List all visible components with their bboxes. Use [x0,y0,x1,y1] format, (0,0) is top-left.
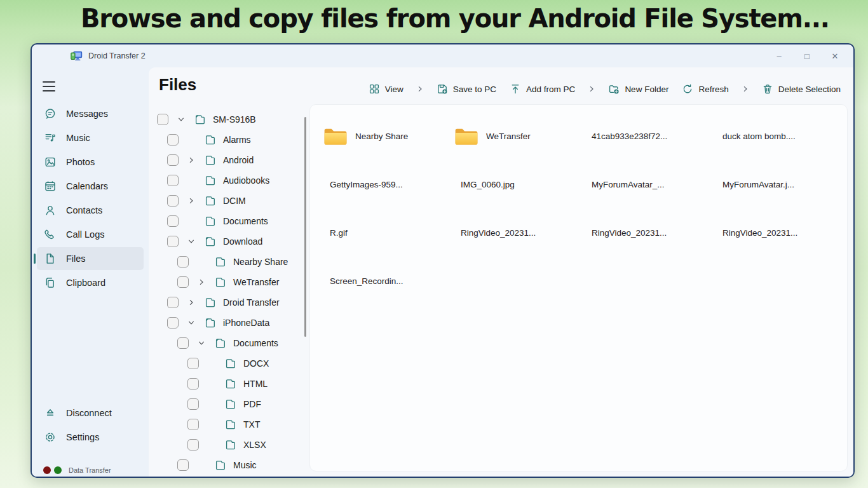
file-item-ringvideo-20231[interactable]: RingVideo_20231... [715,228,846,238]
chevron-right-icon[interactable] [195,278,208,286]
file-item-label: WeTransfer [486,132,531,141]
sidebar-item-files[interactable]: Files [37,247,144,270]
hamburger-menu-icon[interactable] [43,81,55,95]
sidebar-item-settings[interactable]: Settings [37,426,144,449]
tree-checkbox[interactable] [167,154,179,166]
folder-item-nearby-share[interactable]: Nearby Share [323,126,454,147]
maximize-button[interactable]: □ [797,51,817,61]
folder-open-icon [204,235,217,248]
file-item-img-0060-jpg[interactable]: IMG_0060.jpg [454,180,585,189]
tree-item-documents[interactable]: Documents [149,211,309,231]
tree-item-android[interactable]: Android [149,150,309,170]
toolbar-save-to-pc-button[interactable]: Save to PC [434,81,499,97]
tree-item-html[interactable]: HTML [149,374,309,394]
tree-item-wetransfer[interactable]: WeTransfer [149,272,309,292]
toolbar-new-folder-button[interactable]: New Folder [606,81,671,97]
toolbar-chevron-icon[interactable] [742,85,749,93]
tree-item-music[interactable]: Music [149,455,309,475]
sidebar-item-clipboard[interactable]: Clipboard [37,271,144,294]
tree-scrollbar[interactable] [304,117,306,337]
chevron-right-icon[interactable] [185,197,198,205]
toolbar-add-from-pc-button[interactable]: Add from PC [507,81,578,97]
tree-checkbox[interactable] [177,459,189,471]
toolbar-button-label: View [385,85,403,94]
chevron-down-icon[interactable] [195,339,208,347]
tree-item-item[interactable] [149,475,309,477]
tree-item-sm-s916b[interactable]: SM-S916B [149,109,309,130]
tree-item-documents[interactable]: Documents [149,333,309,353]
chevron-down-icon[interactable] [175,116,187,123]
sidebar-item-disconnect[interactable]: Disconnect [37,402,144,424]
chevron-spacer [195,258,208,266]
toolbar-refresh-button[interactable]: Refresh [679,81,731,97]
sidebar-item-calendars[interactable]: Calendars [37,175,144,198]
window-controls: – □ ✕ [770,51,853,61]
sidebar-item-call-logs[interactable]: Call Logs [37,223,144,246]
tree-item-nearby-share[interactable]: Nearby Share [149,252,309,272]
page-heading: Files [159,75,196,95]
tree-checkbox[interactable] [187,398,199,410]
chevron-down-icon[interactable] [185,238,198,245]
selection-accent-bar [34,254,36,264]
tree-checkbox[interactable] [167,317,179,329]
tree-item-pdf[interactable]: PDF [149,394,309,414]
file-item-myforumavatar[interactable]: MyForumAvatar_... [585,180,715,189]
tree-checkbox[interactable] [187,378,199,390]
file-item-duck-atom-bomb[interactable]: duck atom bomb.... [715,132,846,141]
file-item-gettyimages-959[interactable]: GettyImages-959... [323,180,454,189]
file-item-screen-recordin[interactable]: Screen_Recordin... [323,276,454,286]
tree-item-download[interactable]: Download [149,231,309,252]
folder-item-wetransfer[interactable]: WeTransfer [454,126,585,147]
sidebar-item-messages[interactable]: Messages [37,102,144,125]
tree-checkbox[interactable] [177,337,189,349]
sidebar-item-photos[interactable]: Photos [37,151,144,173]
tree-checkbox[interactable] [187,358,199,369]
toolbar-chevron-icon[interactable] [416,85,424,93]
chevron-right-icon[interactable] [185,156,198,164]
tree-checkbox[interactable] [167,236,179,247]
connection-status: Data Transfer [43,466,111,474]
tree-item-docx[interactable]: DOCX [149,353,309,374]
tree-item-droid-transfer[interactable]: Droid Transfer [149,292,309,313]
tree-checkbox[interactable] [157,114,168,125]
file-item-r-gif[interactable]: R.gif [323,228,454,238]
file-item-myforumavatar-j[interactable]: MyForumAvatar.j... [715,180,846,189]
calendars-icon [44,180,57,193]
chevron-right-icon[interactable] [185,299,198,306]
tree-item-txt[interactable]: TXT [149,414,309,435]
app-window: Droid Transfer 2 – □ ✕ MessagesMusicPhot… [31,43,855,478]
tree-checkbox[interactable] [167,297,179,308]
tree-item-iphonedata[interactable]: iPhoneData [149,313,309,333]
tree-checkbox[interactable] [167,175,179,186]
tree-item-dcim[interactable]: DCIM [149,191,309,211]
save-icon [437,83,448,95]
minimize-button[interactable]: – [770,51,789,61]
tree-item-audiobooks[interactable]: Audiobooks [149,170,309,191]
chevron-spacer [205,400,218,408]
sidebar-item-contacts[interactable]: Contacts [37,199,144,222]
tree-checkbox[interactable] [187,419,199,430]
toolbar-delete-selection-button[interactable]: Delete Selection [759,81,843,97]
tree-checkbox[interactable] [187,439,199,451]
new-folder-icon [608,83,620,95]
toolbar-view-button[interactable]: View [366,81,406,97]
file-item-label: 41cab933e238f72... [592,132,667,141]
sidebar-item-music[interactable]: Music [37,126,144,149]
file-item-41cab933e238f72[interactable]: 41cab933e238f72... [585,132,715,141]
tree-checkbox[interactable] [177,276,189,288]
file-item-ringvideo-20231[interactable]: RingVideo_20231... [454,228,585,238]
tree-item-alarms[interactable]: Alarms [149,130,309,150]
tree-item-xlsx[interactable]: XLSX [149,435,309,455]
folder-closed-icon [224,398,237,410]
tree-checkbox[interactable] [177,256,189,268]
toolbar-chevron-icon[interactable] [588,85,595,93]
chevron-down-icon[interactable] [185,319,198,327]
file-item-label: RingVideo_20231... [592,228,667,238]
file-item-ringvideo-20231[interactable]: RingVideo_20231... [585,228,715,238]
tree-checkbox[interactable] [167,215,179,227]
file-item-label: R.gif [330,228,348,238]
close-button[interactable]: ✕ [825,51,844,61]
toolbar-button-label: Delete Selection [778,85,841,94]
tree-checkbox[interactable] [167,134,179,146]
tree-checkbox[interactable] [167,195,179,207]
